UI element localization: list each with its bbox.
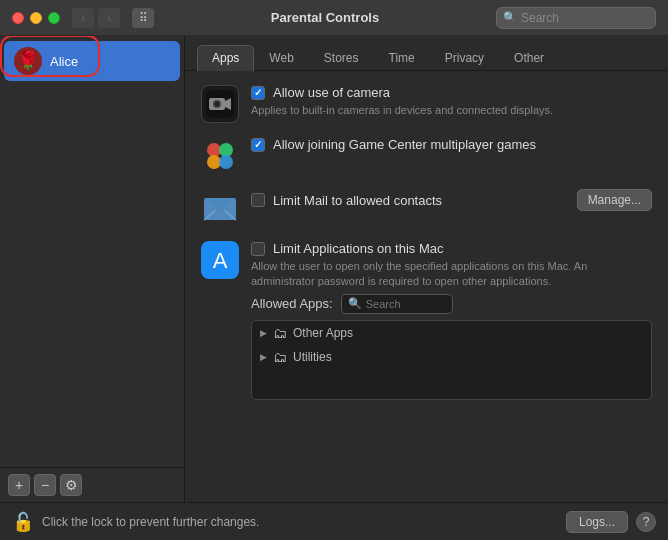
gamecenter-icon	[201, 137, 239, 175]
apps-list: ▶ 🗂 Other Apps ▶ 🗂 Utilities	[251, 320, 652, 400]
folder-icon: 🗂	[273, 349, 287, 365]
grid-button[interactable]: ⠿	[132, 8, 154, 28]
list-item-utilities[interactable]: ▶ 🗂 Utilities	[252, 345, 651, 369]
allowed-apps-section: Allowed Apps: 🔍 ▶ 🗂 Other Apps	[251, 294, 652, 400]
mail-label: Limit Mail to allowed contacts	[273, 193, 442, 208]
search-input[interactable]	[521, 11, 649, 25]
close-button[interactable]	[12, 12, 24, 24]
nav-buttons: ‹ ›	[72, 8, 120, 28]
apps-search-input[interactable]	[366, 298, 446, 310]
logs-button[interactable]: Logs...	[566, 511, 628, 533]
lock-text: Click the lock to prevent further change…	[42, 515, 558, 529]
allowed-apps-header: Allowed Apps: 🔍	[251, 294, 652, 314]
svg-point-6	[207, 143, 221, 157]
utilities-label: Utilities	[293, 350, 332, 364]
gamecenter-checkbox[interactable]	[251, 138, 265, 152]
limit-apps-desc: Allow the user to open only the specifie…	[251, 259, 652, 290]
mail-checkbox[interactable]	[251, 193, 265, 207]
sidebar-item-alice[interactable]: 🌹 Alice	[4, 41, 180, 81]
tab-privacy[interactable]: Privacy	[430, 45, 499, 71]
fullscreen-button[interactable]	[48, 12, 60, 24]
svg-text:A: A	[213, 248, 228, 273]
add-user-button[interactable]: +	[8, 474, 30, 496]
camera-checkbox[interactable]	[251, 86, 265, 100]
manage-button[interactable]: Manage...	[577, 189, 652, 211]
tab-web[interactable]: Web	[254, 45, 308, 71]
settings-content: Allow use of camera Applies to built-in …	[185, 71, 668, 502]
gamecenter-main-row: Allow joining Game Center multiplayer ga…	[251, 137, 652, 152]
bottom-bar: 🔓 Click the lock to prevent further chan…	[0, 502, 668, 540]
camera-label: Allow use of camera	[273, 85, 390, 100]
apps-search-box[interactable]: 🔍	[341, 294, 453, 314]
back-button[interactable]: ‹	[72, 8, 94, 28]
folder-icon: 🗂	[273, 325, 287, 341]
lock-icon[interactable]: 🔓	[12, 511, 34, 533]
limit-apps-label: Limit Applications on this Mac	[273, 241, 444, 256]
gamecenter-label: Allow joining Game Center multiplayer ga…	[273, 137, 536, 152]
expand-icon: ▶	[260, 328, 267, 338]
tab-other[interactable]: Other	[499, 45, 559, 71]
titlebar: ‹ › ⠿ Parental Controls 🔍	[0, 0, 668, 36]
tab-stores[interactable]: Stores	[309, 45, 374, 71]
limit-apps-setting-text: Limit Applications on this Mac Allow the…	[251, 241, 652, 400]
allowed-apps-label: Allowed Apps:	[251, 296, 333, 311]
camera-icon	[201, 85, 239, 123]
svg-point-4	[215, 102, 220, 107]
sidebar-list: 🌹 Alice	[0, 36, 184, 467]
tab-apps[interactable]: Apps	[197, 45, 254, 71]
sidebar-bottom: + − ⚙	[0, 467, 184, 502]
camera-desc: Applies to built-in cameras in devices a…	[251, 103, 652, 118]
forward-button[interactable]: ›	[98, 8, 120, 28]
expand-icon: ▶	[260, 352, 267, 362]
tab-time[interactable]: Time	[374, 45, 430, 71]
camera-setting-text: Allow use of camera Applies to built-in …	[251, 85, 652, 118]
minimize-button[interactable]	[30, 12, 42, 24]
mail-setting-text: Limit Mail to allowed contacts Manage...	[251, 189, 652, 211]
help-button[interactable]: ?	[636, 512, 656, 532]
limit-apps-checkbox[interactable]	[251, 242, 265, 256]
sidebar-item-label: Alice	[50, 54, 78, 69]
svg-point-9	[219, 155, 233, 169]
main-container: 🌹 Alice + − ⚙ Apps Web Stores Time Priva…	[0, 36, 668, 502]
sidebar: 🌹 Alice + − ⚙	[0, 36, 185, 502]
svg-point-8	[207, 155, 221, 169]
camera-setting-row: Allow use of camera Applies to built-in …	[201, 85, 652, 123]
camera-main-row: Allow use of camera	[251, 85, 652, 100]
avatar: 🌹	[14, 47, 42, 75]
apps-search-icon: 🔍	[348, 297, 362, 310]
tab-bar: Apps Web Stores Time Privacy Other	[185, 36, 668, 71]
avatar-icon: 🌹	[17, 50, 39, 72]
list-item-other-apps[interactable]: ▶ 🗂 Other Apps	[252, 321, 651, 345]
traffic-lights	[12, 12, 60, 24]
window-title: Parental Controls	[162, 10, 488, 25]
limit-apps-setting-row: A Limit Applications on this Mac Allow t…	[201, 241, 652, 400]
mail-setting-row: Limit Mail to allowed contacts Manage...	[201, 189, 652, 227]
remove-user-button[interactable]: −	[34, 474, 56, 496]
appstore-icon: A	[201, 241, 239, 279]
mail-icon	[201, 189, 239, 227]
gamecenter-setting-text: Allow joining Game Center multiplayer ga…	[251, 137, 652, 152]
other-apps-label: Other Apps	[293, 326, 353, 340]
mail-main-row: Limit Mail to allowed contacts Manage...	[251, 189, 652, 211]
search-box[interactable]: 🔍	[496, 7, 656, 29]
content-pane: Apps Web Stores Time Privacy Other	[185, 36, 668, 502]
search-icon: 🔍	[503, 11, 517, 24]
svg-point-7	[219, 143, 233, 157]
limit-apps-main-row: Limit Applications on this Mac	[251, 241, 652, 256]
gamecenter-setting-row: Allow joining Game Center multiplayer ga…	[201, 137, 652, 175]
gear-button[interactable]: ⚙	[60, 474, 82, 496]
